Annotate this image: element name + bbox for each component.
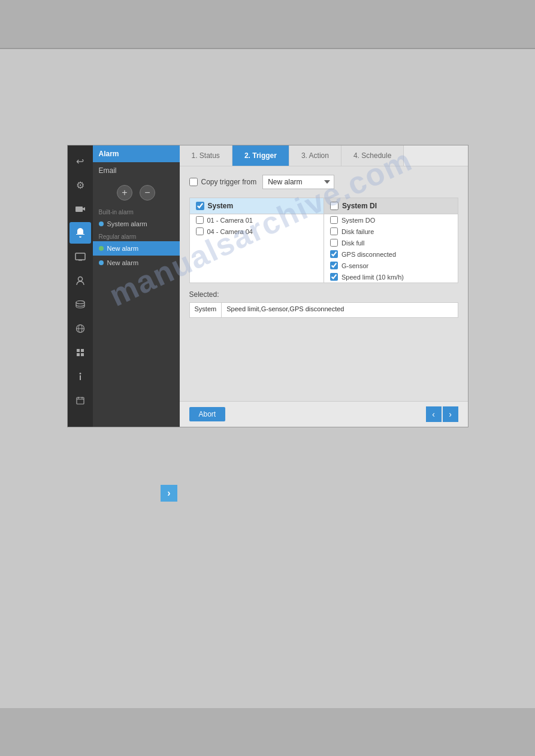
svg-point-5 — [76, 301, 84, 304]
svg-rect-10 — [81, 349, 84, 352]
step-status[interactable]: 1. Status — [180, 145, 232, 166]
copy-trigger-row: Copy trigger from New alarm — [189, 175, 458, 189]
sidebar-icon-grid[interactable] — [69, 342, 91, 363]
system-header: System — [190, 198, 324, 214]
sidebar-icon-back[interactable]: ↩ — [69, 150, 91, 172]
regular-alarm-label: Regular alarm — [93, 231, 180, 241]
sidebar-icon-alarm[interactable] — [69, 222, 91, 244]
alarm-menu-item[interactable]: Alarm — [93, 145, 180, 162]
sidebar: ↩ ⚙ — [68, 145, 93, 427]
camera04-checkbox[interactable] — [196, 227, 204, 235]
wizard-steps: 1. Status 2. Trigger 3. Action 4. Schedu… — [180, 145, 468, 166]
step-trigger[interactable]: 2. Trigger — [232, 145, 289, 166]
copy-trigger-dropdown[interactable]: New alarm — [262, 175, 334, 189]
outside-next-arrow[interactable]: › — [161, 485, 177, 502]
app-window: ↩ ⚙ — [67, 145, 468, 427]
sidebar-icon-info[interactable] — [69, 366, 91, 387]
left-panel-controls: + − — [93, 179, 180, 207]
new-alarm-item-1[interactable]: New alarm — [93, 241, 180, 256]
new-alarm-label-2: New alarm — [107, 259, 139, 266]
bottom-bar — [0, 708, 535, 756]
svg-point-13 — [79, 373, 81, 375]
system-alarm-dot — [99, 221, 104, 226]
svg-marker-1 — [83, 207, 85, 211]
diskfull-checkbox[interactable] — [330, 239, 338, 247]
trigger-col-systemdi: System DI System DO Disk failure Di — [324, 198, 458, 283]
new-alarm-dot-1 — [99, 246, 104, 251]
trigger-systemdo[interactable]: System DO — [324, 214, 458, 226]
sidebar-icon-user[interactable] — [69, 270, 91, 292]
selected-others: Speed limit,G-sensor,GPS disconnected — [222, 303, 457, 317]
abort-button[interactable]: Abort — [189, 407, 226, 421]
next-button[interactable]: › — [443, 406, 458, 422]
add-alarm-button[interactable]: + — [117, 185, 132, 201]
sidebar-icon-calendar[interactable] — [69, 390, 91, 411]
svg-rect-3 — [78, 260, 82, 261]
content-area: Copy trigger from New alarm System — [180, 166, 468, 401]
step-schedule[interactable]: 4. Schedule — [341, 145, 404, 166]
trigger-speedlimit[interactable]: Speed limit (10 km/h) — [324, 271, 458, 283]
selected-system: System — [190, 303, 222, 317]
left-panel: Alarm Email + − Built-in alarm System al… — [93, 145, 180, 427]
camera01-checkbox[interactable] — [196, 216, 204, 224]
svg-rect-9 — [77, 349, 80, 352]
remove-alarm-button[interactable]: − — [140, 185, 155, 201]
nav-arrows: ‹ › — [426, 406, 458, 422]
trigger-gsensor[interactable]: G-sensor — [324, 260, 458, 271]
systemdo-checkbox[interactable] — [330, 216, 338, 224]
svg-rect-2 — [75, 253, 85, 260]
diskfailure-checkbox[interactable] — [330, 227, 338, 235]
sidebar-icon-display[interactable] — [69, 246, 91, 268]
system-alarm-label: System alarm — [107, 220, 147, 227]
selected-label: Selected: — [189, 290, 458, 299]
gsensor-checkbox[interactable] — [330, 262, 338, 269]
sidebar-icon-storage[interactable] — [69, 294, 91, 315]
system-alarm-item[interactable]: System alarm — [93, 217, 180, 231]
trigger-camera04[interactable]: 04 - Camera 04 — [190, 226, 324, 237]
gpsdisconnected-checkbox[interactable] — [330, 250, 338, 258]
email-menu-item[interactable]: Email — [93, 162, 180, 179]
systemdi-header-checkbox[interactable] — [330, 202, 338, 210]
new-alarm-label-1: New alarm — [107, 245, 139, 252]
sidebar-icon-network[interactable] — [69, 318, 91, 339]
systemdi-header: System DI — [324, 198, 458, 214]
svg-rect-15 — [77, 397, 84, 404]
trigger-col-system: System 01 - Camera 01 04 - Camera 04 — [190, 198, 324, 283]
trigger-diskfull[interactable]: Disk full — [324, 237, 458, 248]
svg-point-4 — [78, 277, 82, 281]
prev-button[interactable]: ‹ — [426, 406, 442, 422]
sidebar-icon-settings[interactable]: ⚙ — [69, 174, 91, 196]
new-alarm-item-2[interactable]: New alarm — [93, 256, 180, 270]
svg-rect-12 — [81, 353, 84, 356]
new-alarm-dot-2 — [99, 260, 104, 265]
builtin-alarm-label: Built-in alarm — [93, 207, 180, 217]
trigger-gpsdisconnected[interactable]: GPS disconnected — [324, 248, 458, 260]
trigger-diskfailure[interactable]: Disk failure — [324, 226, 458, 237]
copy-trigger-label[interactable]: Copy trigger from — [189, 178, 257, 186]
top-bar — [0, 0, 535, 49]
svg-rect-11 — [77, 353, 80, 356]
sidebar-icon-camera[interactable] — [69, 198, 91, 220]
step-action[interactable]: 3. Action — [289, 145, 341, 166]
system-header-checkbox[interactable] — [196, 202, 204, 210]
main-content: ↩ ⚙ — [0, 49, 535, 439]
copy-trigger-checkbox[interactable] — [189, 178, 198, 186]
svg-rect-14 — [80, 375, 81, 380]
svg-rect-0 — [75, 207, 83, 212]
trigger-grid: System 01 - Camera 01 04 - Camera 04 — [189, 198, 458, 283]
main-panel: 1. Status 2. Trigger 3. Action 4. Schedu… — [180, 145, 468, 427]
trigger-camera01[interactable]: 01 - Camera 01 — [190, 214, 324, 226]
bottom-actions: Abort ‹ › — [180, 401, 468, 427]
speedlimit-checkbox[interactable] — [330, 273, 338, 281]
selected-row: System Speed limit,G-sensor,GPS disconne… — [189, 302, 458, 318]
